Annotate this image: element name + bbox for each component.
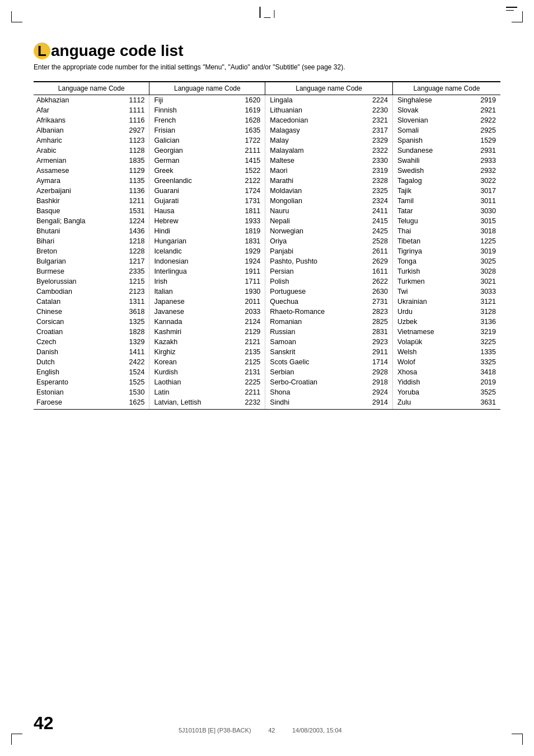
lang-code: 3618 bbox=[115, 307, 149, 317]
lang-code: 3017 bbox=[463, 186, 500, 196]
lang-code: 2422 bbox=[115, 357, 149, 367]
lang-name: German bbox=[149, 156, 231, 166]
lang-name: Slovak bbox=[392, 105, 463, 115]
lang-code: 1628 bbox=[231, 115, 265, 125]
table-header-row: Language name Code Language name Code La… bbox=[34, 82, 500, 95]
lang-name: Irish bbox=[149, 276, 231, 287]
lang-name: Tagalog bbox=[392, 176, 463, 186]
lang-name: Pashto, Pushto bbox=[265, 256, 358, 266]
table-row: Albanian2927Frisian1635Malagasy2317Somal… bbox=[34, 125, 500, 135]
lang-name: Latin bbox=[149, 387, 231, 397]
lang-name: Bashkir bbox=[34, 196, 115, 206]
lang-name: Ukrainian bbox=[392, 297, 463, 307]
lang-name: Byelorussian bbox=[34, 276, 115, 287]
lang-code: 2225 bbox=[231, 377, 265, 387]
table-row: Breton1228Icelandic1929Panjabi2611Tigrin… bbox=[34, 246, 500, 256]
lang-name: Malayalam bbox=[265, 145, 358, 156]
lang-name: English bbox=[34, 367, 115, 377]
lang-code: 1225 bbox=[463, 236, 500, 246]
lang-code: 2011 bbox=[231, 297, 265, 307]
lang-name: Hausa bbox=[149, 206, 231, 216]
lang-code: 2831 bbox=[358, 327, 393, 337]
col-header-3: Language name Code bbox=[265, 82, 393, 95]
lang-code: 3030 bbox=[463, 206, 500, 216]
lang-name: Slovenian bbox=[392, 115, 463, 125]
footer-left-text: 5J10101B [E] (P38-BACK) bbox=[179, 727, 251, 734]
lang-code: 1311 bbox=[115, 297, 149, 307]
lang-code: 1530 bbox=[115, 387, 149, 397]
lang-name: Xhosa bbox=[392, 367, 463, 377]
table-row: Azerbaijani1136Guarani1724Moldavian2325T… bbox=[34, 186, 500, 196]
lang-name: Somali bbox=[392, 125, 463, 135]
lang-code: 2124 bbox=[231, 317, 265, 327]
lang-code: 1933 bbox=[231, 216, 265, 226]
lang-name: Malagasy bbox=[265, 125, 358, 135]
lang-code: 3018 bbox=[463, 226, 500, 236]
footer-center-num: 42 bbox=[268, 727, 275, 734]
lang-name: Chinese bbox=[34, 307, 115, 317]
lang-name: Gujarati bbox=[149, 196, 231, 206]
lang-code: 1116 bbox=[115, 115, 149, 125]
lang-code: 1111 bbox=[115, 105, 149, 115]
lang-name: Faroese bbox=[34, 397, 115, 410]
lang-name: Maltese bbox=[265, 156, 358, 166]
lang-name: Bihari bbox=[34, 236, 115, 246]
lang-name: Singhalese bbox=[392, 95, 463, 106]
lang-code: 3028 bbox=[463, 266, 500, 276]
table-row: Danish1411Kirghiz2135Sanskrit2911Welsh13… bbox=[34, 347, 500, 357]
lang-name: Volapük bbox=[392, 337, 463, 347]
lang-name: Sindhi bbox=[265, 397, 358, 410]
lang-code: 1831 bbox=[231, 236, 265, 246]
lang-code: 1135 bbox=[115, 176, 149, 186]
lang-name: Amharic bbox=[34, 135, 115, 145]
lang-code: 1215 bbox=[115, 276, 149, 287]
lang-name: Kurdish bbox=[149, 367, 231, 377]
lang-name: Azerbaijani bbox=[34, 186, 115, 196]
lang-code: 3021 bbox=[463, 276, 500, 287]
lang-code: 1711 bbox=[231, 276, 265, 287]
table-row: Afrikaans1116French1628Macedonian2321Slo… bbox=[34, 115, 500, 125]
lang-name: Bhutani bbox=[34, 226, 115, 236]
lang-name: Panjabi bbox=[265, 246, 358, 256]
lang-name: Dutch bbox=[34, 357, 115, 367]
lang-code: 2823 bbox=[358, 307, 393, 317]
lang-code: 2825 bbox=[358, 317, 393, 327]
lang-code: 2629 bbox=[358, 256, 393, 266]
lang-code: 2121 bbox=[231, 337, 265, 347]
lang-code: 2411 bbox=[358, 206, 393, 216]
table-row: Estonian1530Latin2211Shona2924Yoruba3525 bbox=[34, 387, 500, 397]
table-row: Basque1531Hausa1811Nauru2411Tatar3030 bbox=[34, 206, 500, 216]
lang-name: Polish bbox=[265, 276, 358, 287]
lang-code: 1722 bbox=[231, 135, 265, 145]
lang-code: 1714 bbox=[358, 357, 393, 367]
right-registration-marks bbox=[506, 7, 517, 11]
lang-code: 2224 bbox=[358, 95, 393, 106]
lang-name: Laothian bbox=[149, 377, 231, 387]
lang-code: 2111 bbox=[231, 145, 265, 156]
corner-mark-br bbox=[512, 734, 523, 745]
lang-code: 2317 bbox=[358, 125, 393, 135]
lang-code: 2033 bbox=[231, 307, 265, 317]
lang-code: 1625 bbox=[115, 397, 149, 410]
lang-code: 1525 bbox=[115, 377, 149, 387]
lang-name: Javanese bbox=[149, 307, 231, 317]
lang-name: Japanese bbox=[149, 297, 231, 307]
lang-code: 2922 bbox=[463, 115, 500, 125]
lang-name: Lingala bbox=[265, 95, 358, 106]
lang-code: 3033 bbox=[463, 287, 500, 297]
table-row: Cambodian2123Italian1930Portuguese2630Tw… bbox=[34, 287, 500, 297]
lang-code: 3325 bbox=[463, 357, 500, 367]
lang-code: 2611 bbox=[358, 246, 393, 256]
lang-code: 2125 bbox=[231, 357, 265, 367]
lang-code: 2921 bbox=[463, 105, 500, 115]
corner-mark-bl bbox=[11, 734, 22, 745]
lang-code: 1911 bbox=[231, 266, 265, 276]
lang-name: Afar bbox=[34, 105, 115, 115]
lang-code: 2731 bbox=[358, 297, 393, 307]
lang-name: Kazakh bbox=[149, 337, 231, 347]
lang-code: 2135 bbox=[231, 347, 265, 357]
lang-code: 3136 bbox=[463, 317, 500, 327]
lang-code: 2925 bbox=[463, 125, 500, 135]
table-row: Bihari1218Hungarian1831Oriya2528Tibetan1… bbox=[34, 236, 500, 246]
lang-name: Nepali bbox=[265, 216, 358, 226]
